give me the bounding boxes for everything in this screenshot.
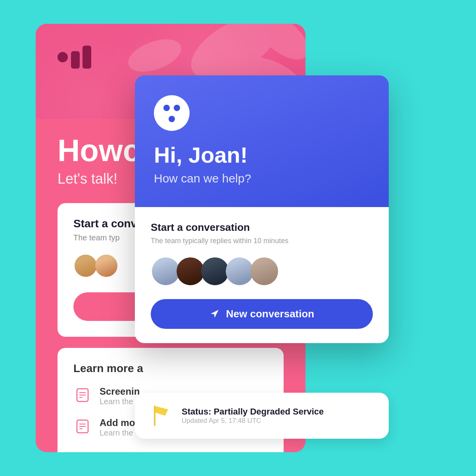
learn-item-1-label: Screenin: [100, 386, 140, 397]
logo-bars: [58, 46, 91, 69]
status-title: Status: Partially Degraded Service: [182, 407, 324, 417]
blue-card-header: Hi, Joan! How can we help?: [135, 75, 389, 207]
svg-rect-14: [154, 405, 155, 426]
status-subtitle: Updated Apr 5, 17:48 UTC: [182, 417, 324, 425]
learn-item-1-text: Screenin Learn the: [100, 386, 140, 406]
intercom-logo: [154, 95, 190, 131]
start-conversation-subtitle: The team typically replies within 10 min…: [151, 237, 373, 245]
blue-card-body: Start a conversation The team typically …: [135, 207, 389, 343]
avatar-small-1: [73, 253, 98, 278]
subgreeting-text: How can we help?: [154, 172, 370, 185]
status-text-block: Status: Partially Degraded Service Updat…: [182, 407, 324, 425]
start-conversation-title: Start a conversation: [151, 221, 373, 234]
greeting-text: Hi, Joan!: [154, 144, 370, 167]
send-icon: [209, 309, 220, 319]
logo-dot: [58, 52, 68, 62]
svg-point-4: [124, 33, 185, 78]
logo-bar-group: [71, 46, 91, 69]
learn-item-2-text: Add mor Learn the: [100, 417, 139, 438]
learn-more-title: Learn more a: [73, 362, 268, 375]
learn-item-2-sublabel: Learn the: [100, 428, 139, 438]
avatar-small-2: [94, 253, 119, 278]
new-conversation-label: New conversation: [226, 308, 315, 320]
blue-foreground-card: Hi, Joan! How can we help? Start a conve…: [135, 75, 389, 343]
flag-icon: [151, 405, 171, 427]
status-card: Status: Partially Degraded Service Updat…: [135, 393, 389, 439]
dot-top-left: [163, 105, 170, 111]
logo-bar-2: [83, 46, 91, 69]
learn-item-1-sublabel: Learn the: [100, 397, 140, 406]
main-avatar-row: [151, 256, 373, 286]
dot-top-right: [174, 105, 180, 111]
new-conversation-button[interactable]: New conversation: [151, 299, 373, 329]
pink-logo: [58, 46, 91, 69]
learn-item-2-label: Add mor: [100, 417, 139, 428]
learn-icon-1: [73, 386, 92, 404]
dot-bottom-center: [169, 116, 175, 122]
avatar-main-5: [249, 256, 279, 286]
logo-bar-1: [71, 51, 80, 69]
intercom-dots-logo: [162, 103, 182, 123]
learn-icon-2: [73, 417, 92, 436]
